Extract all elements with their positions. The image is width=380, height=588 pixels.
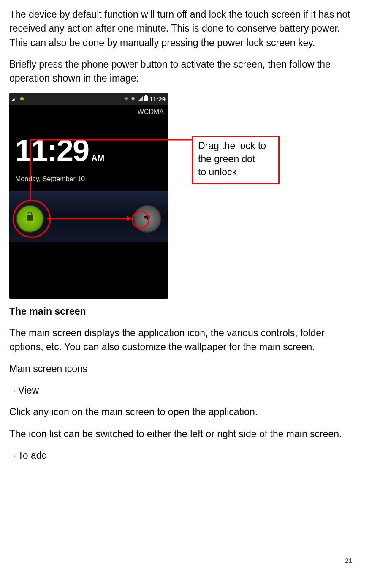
callout-line3: to unlock [198,166,273,179]
android-icon [19,95,24,103]
signal-icon [12,95,18,103]
svg-rect-7 [144,96,148,101]
svg-rect-3 [16,97,16,101]
time-ampm: AM [91,152,104,164]
network-label: WCDMA [9,105,168,117]
bluetooth-icon: ✳ [124,95,128,103]
status-time: 11:29 [149,95,166,104]
bullet-view: · View [9,384,352,397]
svg-rect-4 [20,98,24,100]
paragraph-switch-sides: The icon list can be switched to either … [9,427,352,441]
lockscreen-time: 11:29 AM [9,117,168,172]
callout-line1: Drag the lock to [198,139,273,152]
svg-rect-2 [14,98,15,101]
paragraph-icons-heading: Main screen icons [9,362,352,376]
svg-point-6 [22,97,23,98]
phone-screenshot: ✳ 11:29 WCDMA 11:29 AM Monday, September… [9,93,168,299]
page-number: 21 [345,556,352,565]
sound-toggle-handle[interactable] [134,206,160,232]
speaker-icon [143,212,152,226]
phone-figure: ✳ 11:29 WCDMA 11:29 AM Monday, September… [9,93,288,300]
time-numbers: 11:29 [15,128,89,172]
status-bar: ✳ 11:29 [9,93,168,105]
svg-rect-8 [145,95,147,96]
bullet-to-add: · To add [9,449,352,463]
lock-open-icon [24,211,35,226]
cell-signal-icon [138,95,143,103]
heading-main-screen: The main screen [9,305,352,318]
wifi-icon [130,95,136,103]
svg-rect-0 [12,100,13,101]
svg-rect-1 [13,99,14,101]
callout-line2: the green dot [198,152,273,166]
paragraph-intro-1: The device by default function will turn… [9,8,352,50]
paragraph-mainscreen-desc: The main screen displays the application… [9,326,352,354]
paragraph-intro-2: Briefly press the phone power button to … [9,57,352,86]
lockscreen-date: Monday, September 10 [9,172,168,184]
svg-point-5 [21,97,22,98]
paragraph-click-icon: Click any icon on the main screen to ope… [9,405,352,419]
battery-icon [144,95,148,103]
callout-box: Drag the lock to the green dot to unlock [192,136,280,184]
unlock-slider-row [9,204,168,234]
unlock-handle[interactable] [17,206,43,232]
